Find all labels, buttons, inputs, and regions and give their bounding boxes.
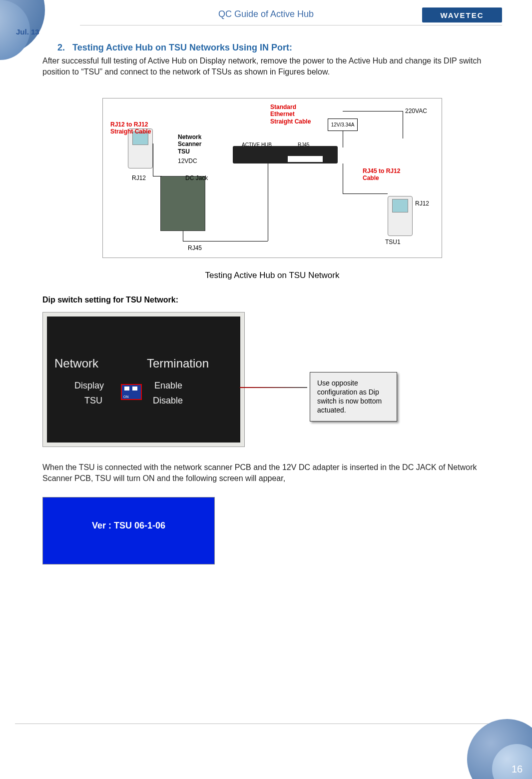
tsu-screen-text: Ver : TSU 06-1-06	[92, 520, 165, 531]
wire	[153, 144, 153, 176]
wire	[343, 164, 343, 194]
label-rj12-cable: RJ12 to RJ12 Straight Cable	[110, 121, 151, 136]
wire	[343, 131, 343, 148]
label-std-eth: Standard Ethernet Straight Cable	[270, 104, 311, 125]
section-number: 2.	[57, 42, 65, 52]
wire	[183, 241, 268, 242]
dip-switch-photo: Network Termination Display TSU Enable D…	[42, 312, 245, 447]
section-title: Testing Active Hub on TSU Networks Using…	[72, 42, 292, 52]
footer-divider	[15, 724, 502, 724]
label-rj45-bottom: RJ45	[188, 244, 202, 252]
header-divider	[80, 25, 502, 26]
brand-logo: WAVETEC	[422, 8, 502, 22]
wire	[343, 194, 388, 194]
label-rj12-left: RJ12	[132, 174, 146, 182]
label-tsu1: TSU1	[385, 238, 401, 246]
dip-tsu-label: TSU	[84, 396, 102, 406]
network-diagram: 12V/3.34A RJ12 to RJ12 Straight Cable St…	[102, 98, 442, 258]
label-rj45-top: RJ45	[298, 142, 309, 148]
label-scanner: Network Scanner TSU	[178, 134, 201, 155]
tsu-keypad-icon	[388, 196, 413, 236]
dip-termination-label: Termination	[147, 356, 209, 370]
page-number: 16	[492, 744, 532, 779]
callout-arrow	[240, 387, 307, 388]
wire	[268, 164, 268, 241]
dip-enable-label: Enable	[154, 380, 182, 391]
label-12vdc: 12VDC	[178, 158, 197, 164]
adapter-box: 12V/3.34A	[328, 118, 358, 131]
label-activehub: ACTIVE HUB	[242, 142, 272, 148]
dip-network-label: Network	[54, 356, 98, 370]
section-intro: After successful full testing of Active …	[42, 56, 502, 78]
label-rj12-right: RJ12	[415, 200, 429, 207]
label-rj45-cable: RJ45 to RJ12 Cable	[363, 168, 400, 182]
wire	[403, 111, 403, 138]
footer-decoration: 16	[467, 719, 532, 779]
wire	[183, 231, 183, 241]
dip-switch-figure: Network Termination Display TSU Enable D…	[42, 312, 502, 452]
wire	[343, 111, 403, 112]
dip-switch-icon	[121, 384, 142, 400]
label-voltage: 220VAC	[405, 108, 427, 114]
dip-display-label: Display	[74, 380, 104, 391]
hub-ports-icon	[288, 156, 323, 162]
dip-heading: Dip switch setting for TSU Network:	[42, 296, 502, 304]
section-heading: 2. Testing Active Hub on TSU Networks Us…	[57, 42, 502, 53]
diagram-caption: Testing Active Hub on TSU Network	[42, 270, 502, 280]
wire	[153, 176, 162, 176]
after-dip-text: When the TSU is connected with the netwo…	[42, 462, 502, 484]
label-dcjack: DC Jack	[185, 174, 208, 182]
callout-note: Use opposite configuration as Dip switch…	[310, 372, 397, 422]
document-date: Jul. 13	[16, 28, 39, 36]
dip-disable-label: Disable	[153, 396, 183, 406]
tsu-screen: Ver : TSU 06-1-06	[42, 497, 215, 564]
pcb-icon	[160, 176, 205, 231]
